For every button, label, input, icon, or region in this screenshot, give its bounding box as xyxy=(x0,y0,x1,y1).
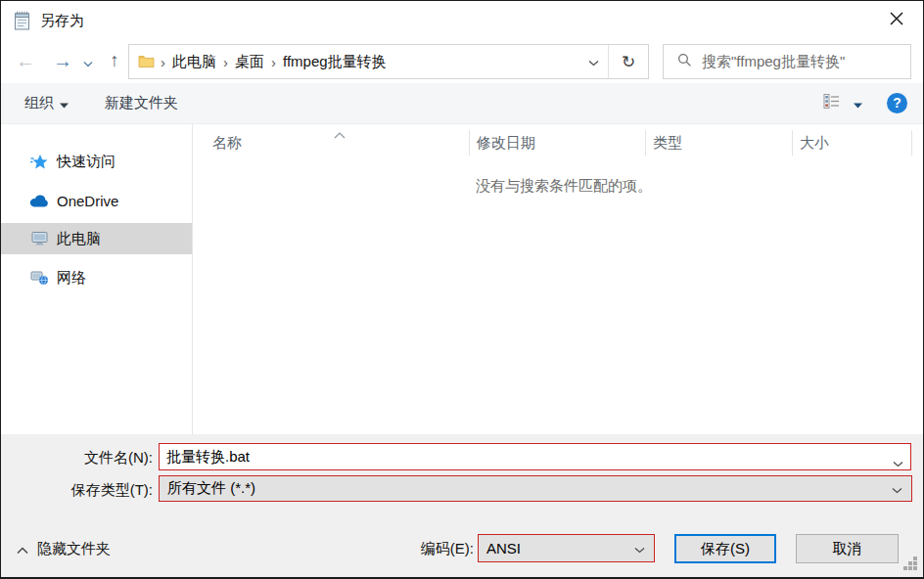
chevron-down-icon xyxy=(892,480,902,497)
chevron-right-icon: › xyxy=(221,54,230,70)
sidebar-item-this-pc[interactable]: 此电脑 xyxy=(1,223,193,254)
sidebar-item-onedrive[interactable]: OneDrive xyxy=(1,185,193,216)
help-icon: ? xyxy=(893,95,901,111)
breadcrumb-item-folder[interactable]: ffmpeg批量转换 xyxy=(278,53,392,71)
column-divider[interactable] xyxy=(645,130,646,156)
title-bar: 另存为 xyxy=(1,1,923,40)
empty-list-message: 没有与搜索条件匹配的项。 xyxy=(476,177,652,196)
encoding-select[interactable]: ANSI xyxy=(478,534,655,562)
sort-ascending-icon xyxy=(334,125,346,143)
up-button[interactable]: ↑ xyxy=(101,46,128,75)
recent-locations-button[interactable] xyxy=(79,46,97,75)
refresh-icon: ↻ xyxy=(622,52,635,72)
window-title: 另存为 xyxy=(40,1,84,40)
filename-label: 文件名(N): xyxy=(1,449,153,468)
divider xyxy=(192,124,193,434)
cancel-button[interactable]: 取消 xyxy=(796,534,899,563)
chevron-down-icon xyxy=(588,53,599,70)
command-bar: 组织 新建文件夹 ? xyxy=(1,83,923,124)
sidebar-item-label: OneDrive xyxy=(57,193,118,209)
encoding-value: ANSI xyxy=(486,540,521,557)
save-as-type-label: 保存类型(T): xyxy=(1,481,153,500)
column-header-size[interactable]: 大小 xyxy=(800,130,829,156)
column-divider[interactable] xyxy=(469,130,470,156)
navigation-bar: ← → ↑ › 此电脑 › 桌面 xyxy=(1,40,923,83)
column-header-date-modified[interactable]: 修改日期 xyxy=(477,130,535,156)
refresh-button[interactable]: ↻ xyxy=(609,45,648,78)
navigation-pane: 快速访问 OneDrive 此电脑 xyxy=(1,124,193,434)
sidebar-item-network[interactable]: 网络 xyxy=(1,262,193,293)
chevron-down-icon xyxy=(83,50,93,72)
address-bar[interactable]: › 此电脑 › 桌面 › ffmpeg批量转换 ↻ xyxy=(128,44,649,79)
close-icon xyxy=(890,12,903,29)
close-button[interactable] xyxy=(878,6,915,35)
save-as-type-value: 所有文件 (*.*) xyxy=(167,479,255,498)
up-icon: ↑ xyxy=(110,50,119,71)
view-dropdown-button[interactable] xyxy=(854,95,862,112)
sidebar-item-label: 快速访问 xyxy=(57,153,116,171)
chevron-down-icon xyxy=(634,540,645,557)
organize-button[interactable]: 组织 xyxy=(24,83,69,123)
encoding-label: 编码(E): xyxy=(393,540,474,558)
onedrive-cloud-icon xyxy=(29,195,49,207)
resize-grip[interactable] xyxy=(903,557,918,575)
chevron-down-icon xyxy=(893,454,903,471)
change-view-button[interactable] xyxy=(823,94,840,112)
save-as-type-select[interactable]: 所有文件 (*.*) xyxy=(159,475,912,502)
save-as-dialog: 另存为 ← → ↑ xyxy=(0,0,924,579)
cancel-button-label: 取消 xyxy=(833,540,862,558)
help-button[interactable]: ? xyxy=(887,93,907,113)
sidebar-item-label: 此电脑 xyxy=(57,230,101,248)
breadcrumb-item-desktop[interactable]: 桌面 xyxy=(230,53,269,71)
folder-icon xyxy=(138,54,155,70)
save-button[interactable]: 保存(S) xyxy=(674,534,776,563)
search-input[interactable]: 搜索"ffmpeg批量转换" xyxy=(702,53,845,71)
sidebar-item-label: 网络 xyxy=(57,269,86,288)
hide-folders-label: 隐藏文件夹 xyxy=(37,540,111,558)
breadcrumb-item-this-pc[interactable]: 此电脑 xyxy=(167,53,221,71)
file-form-panel: 文件名(N): 保存类型(T): 所有文件 (*.*) 隐藏文件夹 编码(E):… xyxy=(1,434,923,578)
network-icon xyxy=(29,270,49,286)
breadcrumb: › 此电脑 › 桌面 › ffmpeg批量转换 xyxy=(129,53,578,71)
forward-icon: → xyxy=(53,50,72,72)
column-header-type[interactable]: 类型 xyxy=(653,130,682,156)
quick-access-star-icon xyxy=(29,154,49,170)
column-divider[interactable] xyxy=(792,130,793,156)
filename-input[interactable] xyxy=(159,443,911,470)
chevron-right-icon: › xyxy=(159,54,167,70)
back-icon: ← xyxy=(16,50,35,72)
sidebar-item-quick-access[interactable]: 快速访问 xyxy=(1,146,193,177)
address-dropdown-button[interactable] xyxy=(578,45,608,78)
column-divider[interactable] xyxy=(911,130,912,156)
save-button-label: 保存(S) xyxy=(701,540,750,558)
chevron-up-icon xyxy=(17,541,28,557)
search-box[interactable]: 搜索"ffmpeg批量转换" xyxy=(663,44,911,79)
view-controls xyxy=(823,83,862,123)
back-button[interactable]: ← xyxy=(11,46,40,75)
forward-button[interactable]: → xyxy=(48,46,77,75)
hide-folders-button[interactable]: 隐藏文件夹 xyxy=(17,534,111,563)
column-header-name[interactable]: 名称 xyxy=(212,130,242,156)
organize-label: 组织 xyxy=(24,94,54,112)
chevron-right-icon: › xyxy=(269,54,278,70)
this-pc-icon xyxy=(29,231,49,246)
chevron-down-icon xyxy=(60,95,69,111)
new-folder-button[interactable]: 新建文件夹 xyxy=(105,83,178,123)
search-icon xyxy=(677,53,692,71)
notepad-icon xyxy=(13,11,31,34)
new-folder-label: 新建文件夹 xyxy=(105,94,178,112)
